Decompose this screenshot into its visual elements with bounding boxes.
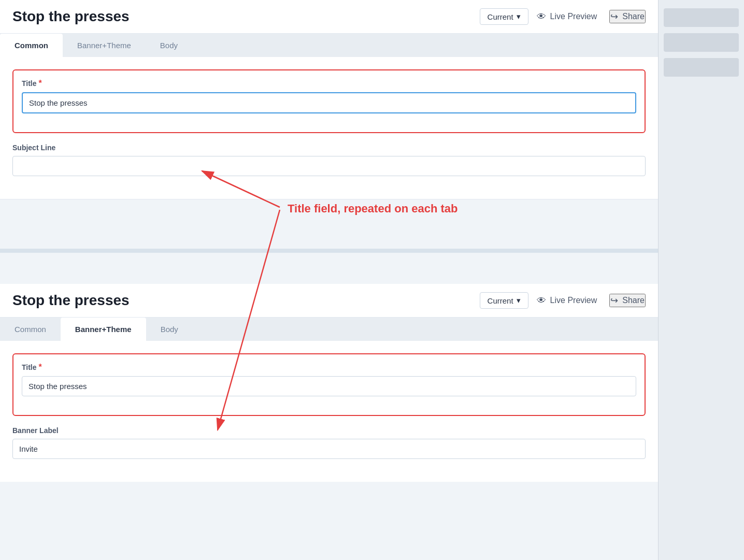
tab-banner-theme-top[interactable]: Banner+Theme xyxy=(63,34,146,57)
bottom-header-actions: 👁 Live Preview ↪ Share xyxy=(537,294,646,307)
right-sidebar xyxy=(658,0,744,560)
bottom-title-label: Title * xyxy=(22,363,636,372)
top-title-annotation-box: Title * xyxy=(12,69,646,133)
top-subject-line-input[interactable] xyxy=(12,156,646,176)
tab-banner-theme-bottom[interactable]: Banner+Theme xyxy=(61,318,146,341)
sidebar-item-3 xyxy=(664,58,739,77)
bottom-live-preview-button[interactable]: 👁 Live Preview xyxy=(537,295,597,306)
top-panel-header: Stop the presses Current ▾ 👁 Live Previe… xyxy=(0,0,658,34)
top-tabs: Common Banner+Theme Body xyxy=(0,34,658,57)
tab-body-bottom[interactable]: Body xyxy=(146,318,193,341)
eye-icon: 👁 xyxy=(537,11,546,22)
bottom-title-required: * xyxy=(39,363,42,372)
sidebar-item-2 xyxy=(664,33,739,52)
top-panel-title: Stop the presses xyxy=(12,8,471,25)
sidebar-item-1 xyxy=(664,8,739,27)
top-panel-content: Title * Subject Line xyxy=(0,57,658,199)
bottom-chevron-down-icon: ▾ xyxy=(517,296,521,305)
bottom-current-dropdown[interactable]: Current ▾ xyxy=(480,292,528,309)
bottom-eye-icon: 👁 xyxy=(537,295,546,306)
bottom-panel: Stop the presses Current ▾ 👁 Live Previe… xyxy=(0,284,658,482)
panel-divider xyxy=(0,249,658,253)
bottom-title-annotation-box: Title * xyxy=(12,353,646,416)
top-title-label: Title * xyxy=(22,79,636,88)
bottom-banner-label-input[interactable] xyxy=(12,439,646,459)
tab-common-bottom[interactable]: Common xyxy=(0,318,61,341)
top-share-button[interactable]: ↪ Share xyxy=(609,10,646,23)
bottom-share-icon: ↪ xyxy=(610,295,618,306)
top-title-field-group: Title * xyxy=(22,79,636,113)
svg-text:Title field, repeated on each : Title field, repeated on each tab xyxy=(288,202,457,215)
bottom-dropdown-label: Current xyxy=(488,296,513,305)
bottom-live-preview-label: Live Preview xyxy=(550,296,597,305)
bottom-title-input[interactable] xyxy=(22,376,636,396)
share-icon: ↪ xyxy=(610,11,618,22)
bottom-panel-header: Stop the presses Current ▾ 👁 Live Previe… xyxy=(0,284,658,318)
top-panel: Stop the presses Current ▾ 👁 Live Previe… xyxy=(0,0,658,199)
bottom-tabs: Common Banner+Theme Body xyxy=(0,318,658,341)
bottom-panel-title: Stop the presses xyxy=(12,292,471,309)
top-subject-line-field-group: Subject Line xyxy=(12,143,646,176)
bottom-banner-label-label: Banner Label xyxy=(12,426,646,435)
dropdown-label: Current xyxy=(488,12,513,21)
bottom-share-button[interactable]: ↪ Share xyxy=(609,294,646,307)
top-title-required: * xyxy=(39,79,42,88)
bottom-share-label: Share xyxy=(622,296,645,305)
tab-body-top[interactable]: Body xyxy=(146,34,192,57)
chevron-down-icon: ▾ xyxy=(517,12,521,21)
bottom-panel-content: Title * Banner Label xyxy=(0,341,658,482)
bottom-title-field-group: Title * xyxy=(22,363,636,396)
top-live-preview-button[interactable]: 👁 Live Preview xyxy=(537,11,597,22)
tab-common-top[interactable]: Common xyxy=(0,34,63,57)
live-preview-label: Live Preview xyxy=(550,12,597,21)
share-label: Share xyxy=(622,12,645,21)
top-subject-line-label: Subject Line xyxy=(12,143,646,152)
top-current-dropdown[interactable]: Current ▾ xyxy=(480,8,528,25)
top-title-input[interactable] xyxy=(22,92,636,113)
top-header-actions: 👁 Live Preview ↪ Share xyxy=(537,10,646,23)
bottom-banner-label-field-group: Banner Label xyxy=(12,426,646,459)
